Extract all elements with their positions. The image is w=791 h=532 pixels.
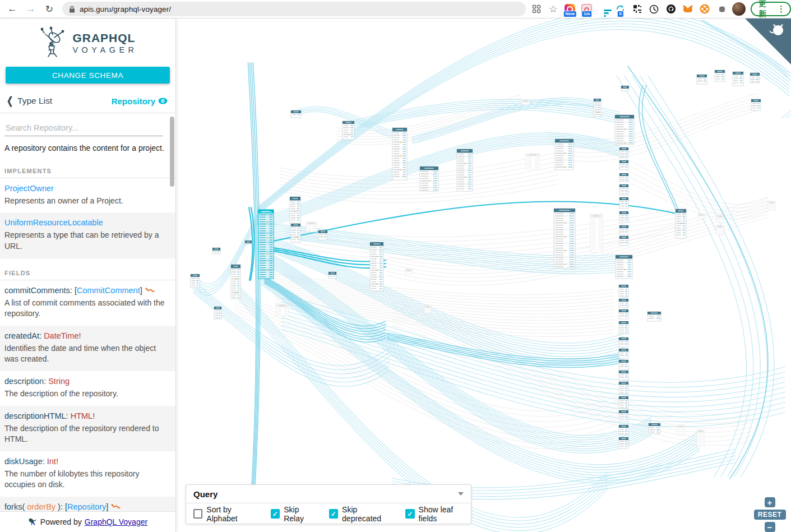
- type-node[interactable]: [621, 86, 629, 91]
- schema-edge[interactable]: [387, 211, 768, 277]
- type-node[interactable]: [768, 201, 775, 210]
- implements-item[interactable]: UniformResourceLocatable Represents a ty…: [0, 212, 175, 258]
- type-node[interactable]: [619, 360, 628, 369]
- type-node[interactable]: [214, 307, 221, 319]
- type-node[interactable]: [594, 99, 601, 117]
- current-type[interactable]: Repository: [112, 96, 168, 106]
- type-node[interactable]: [619, 173, 628, 182]
- type-node[interactable]: [619, 371, 628, 380]
- type-node[interactable]: [306, 222, 317, 232]
- type-node[interactable]: [619, 236, 628, 246]
- type-node[interactable]: [619, 396, 628, 409]
- browser-menu-icon[interactable]: ⋮: [777, 4, 785, 14]
- schema-edge[interactable]: [387, 207, 768, 274]
- back-icon[interactable]: ←: [6, 3, 18, 15]
- schema-edge[interactable]: [387, 197, 768, 262]
- type-node[interactable]: [697, 75, 707, 84]
- type-node[interactable]: [291, 224, 300, 242]
- reload-icon[interactable]: ↻: [43, 3, 55, 15]
- type-node[interactable]: [619, 309, 628, 319]
- type-node[interactable]: [619, 285, 628, 297]
- type-node[interactable]: [590, 214, 603, 252]
- option-checkbox-skip-deprecated[interactable]: ✓Skip deprecated: [329, 505, 396, 523]
- type-node[interactable]: [231, 265, 240, 299]
- extensions-puzzle-icon[interactable]: [715, 3, 727, 15]
- type-node[interactable]: [619, 225, 628, 235]
- type-node[interactable]: [212, 248, 220, 254]
- eye-icon[interactable]: [158, 98, 168, 104]
- type-node[interactable]: [619, 410, 628, 422]
- clock-extension-icon[interactable]: [648, 3, 660, 15]
- forward-icon[interactable]: →: [25, 3, 37, 15]
- selected-type-node[interactable]: Repository: [258, 210, 274, 279]
- type-node[interactable]: [424, 306, 431, 313]
- type-node[interactable]: [555, 139, 573, 170]
- field-item[interactable]: diskUsage: Int!The number of kilobytes t…: [0, 451, 175, 497]
- tab-groups-icon[interactable]: [530, 3, 542, 15]
- sidebar-scrollbar-thumb[interactable]: [170, 117, 174, 187]
- checked-checkbox-icon[interactable]: ✓: [329, 509, 338, 519]
- type-node[interactable]: [619, 160, 628, 170]
- type-node[interactable]: [392, 128, 407, 180]
- type-node[interactable]: [715, 70, 725, 81]
- field-type-link[interactable]: CommitComment: [77, 286, 140, 295]
- type-node[interactable]: [677, 425, 685, 436]
- field-item[interactable]: commitComments: [CommitComment]A list of…: [0, 280, 175, 326]
- schema-edge[interactable]: [274, 201, 674, 241]
- field-item[interactable]: descriptionHTML: HTML!The description of…: [0, 406, 175, 451]
- zoom-in-button[interactable]: +: [765, 497, 775, 507]
- type-node[interactable]: [616, 255, 632, 279]
- instagram-extension-icon[interactable]: New: [564, 3, 576, 15]
- type-node[interactable]: [245, 240, 252, 244]
- bookmark-star-icon[interactable]: ☆: [547, 3, 559, 15]
- type-node[interactable]: [619, 184, 628, 195]
- schema-edge[interactable]: [617, 76, 746, 477]
- unchecked-checkbox-icon[interactable]: [193, 509, 202, 519]
- field-arg[interactable]: orderBy: [27, 502, 55, 511]
- back-to-type-list[interactable]: ❮ Type List: [6, 95, 52, 107]
- zoom-out-button[interactable]: −: [765, 522, 775, 532]
- interface-link[interactable]: ProjectOwner: [4, 184, 166, 193]
- type-node[interactable]: [329, 272, 336, 279]
- schema-edge[interactable]: [280, 166, 558, 188]
- type-node[interactable]: [619, 321, 628, 334]
- interface-link[interactable]: UniformResourceLocatable: [4, 218, 166, 227]
- schema-edge[interactable]: [281, 326, 785, 422]
- type-node[interactable]: [751, 99, 761, 110]
- type-node[interactable]: [619, 197, 628, 209]
- type-node[interactable]: [615, 115, 634, 145]
- field-item[interactable]: createdAt: DateTime!Identifies the date …: [0, 326, 175, 371]
- type-node[interactable]: [649, 423, 660, 434]
- sync-extension-icon[interactable]: 0: [614, 3, 626, 15]
- schema-edge[interactable]: [387, 201, 768, 266]
- schema-edge[interactable]: [235, 308, 617, 438]
- root-type-dropdown[interactable]: Query: [186, 485, 471, 503]
- type-node[interactable]: [619, 382, 628, 394]
- type-node[interactable]: [733, 72, 743, 86]
- type-node[interactable]: [318, 230, 327, 240]
- type-node[interactable]: [521, 100, 530, 104]
- schema-edge[interactable]: [235, 314, 617, 449]
- schema-graph-svg[interactable]: Repository: [176, 18, 791, 532]
- option-checkbox-skip-relay[interactable]: ✓Skip Relay: [271, 505, 320, 523]
- schema-graph-canvas[interactable]: Repository Query Sort by Alphabet✓Skip R…: [176, 18, 791, 532]
- type-node[interactable]: [290, 197, 300, 223]
- type-node[interactable]: [619, 349, 628, 358]
- type-node[interactable]: [276, 304, 288, 316]
- checked-checkbox-icon[interactable]: ✓: [405, 509, 414, 519]
- github-extension-icon[interactable]: [665, 3, 677, 15]
- profile-avatar[interactable]: [732, 2, 746, 16]
- type-node[interactable]: [405, 269, 412, 274]
- type-node[interactable]: [370, 242, 383, 291]
- schema-edge[interactable]: [258, 30, 789, 215]
- field-type-link[interactable]: Repository: [67, 502, 106, 511]
- type-node[interactable]: [619, 437, 628, 448]
- field-item[interactable]: description: StringThe description of th…: [0, 371, 175, 406]
- type-node[interactable]: [420, 166, 438, 191]
- qr-extension-icon[interactable]: [631, 3, 643, 15]
- change-schema-button[interactable]: CHANGE SCHEMA: [6, 67, 170, 84]
- schema-edge[interactable]: [280, 175, 558, 195]
- type-node[interactable]: [291, 110, 301, 118]
- option-checkbox-sort-by-alphabet[interactable]: Sort by Alphabet: [193, 505, 261, 523]
- type-node[interactable]: [698, 214, 705, 219]
